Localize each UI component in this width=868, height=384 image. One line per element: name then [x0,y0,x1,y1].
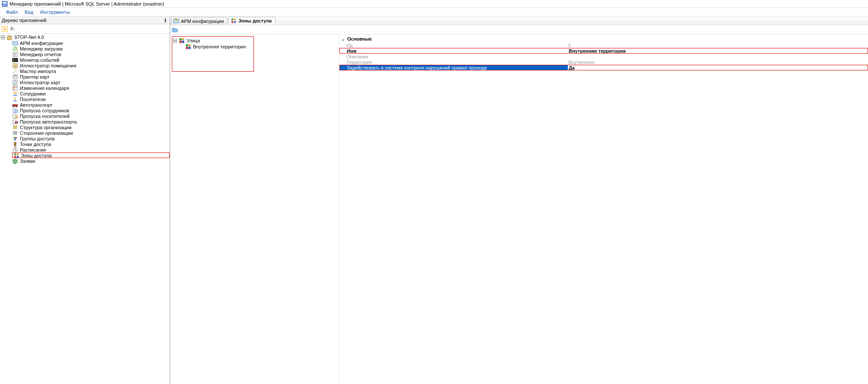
svg-point-39 [234,19,236,21]
tree-item[interactable]: Иллюстратор карт [0,79,170,85]
app-item-icon [12,46,18,52]
collapse-icon[interactable] [1,35,5,39]
svg-rect-6 [13,58,18,62]
tree-item[interactable]: Группы доступа [0,136,170,141]
svg-point-34 [17,153,19,155]
document-area: АРМ конфигурацииЗоны доступа Улица [170,16,868,384]
package-icon [6,35,13,41]
tree-item-label: Принтер карт [20,74,50,79]
property-row[interactable]: Ид5 [339,42,868,48]
tree-item[interactable]: Пропуска автотранспорта [0,119,170,124]
menu-file[interactable]: Файл [3,9,21,16]
app-item-icon [12,147,18,153]
tree-item[interactable]: Изменения календаря [0,85,170,91]
tab-strip: АРМ конфигурацииЗоны доступа [170,16,868,25]
app-item-icon [12,91,18,97]
document-toolbar [170,25,868,35]
tree-item[interactable]: Автотранспорт [0,102,170,108]
svg-point-27 [15,137,17,139]
svg-rect-4 [13,41,18,45]
property-group-header[interactable]: ⌄ Основные [339,35,868,42]
tree-item[interactable]: Зоны доступа [12,152,170,158]
svg-point-7 [13,60,14,60]
property-label: Описание [339,54,567,59]
expand-icon[interactable] [2,26,8,32]
app-tree[interactable]: STOP-Net 4.0АРМ конфигурацииМенеджер заг… [0,34,170,384]
tree-item-label: Точки доступа [20,142,51,147]
tree-item-label: Сотрудники [20,91,46,96]
tab[interactable]: АРМ конфигурации [171,17,228,25]
tree-item-label: Заявки [20,159,35,164]
svg-point-41 [179,38,182,41]
svg-point-16 [14,97,16,99]
tree-item[interactable]: Менеджер загрузки [0,46,170,51]
property-group-label: Основные [347,36,372,41]
sort-alpha[interactable]: А↓ [10,26,16,31]
svg-point-46 [186,47,188,49]
property-value[interactable]: Внутренняя [567,59,868,65]
tree-item[interactable]: Посетители [0,96,170,102]
tree-item[interactable]: Сторонние организации [0,130,170,136]
tree-item[interactable]: Пропуска посетителей [0,113,170,119]
tree-item[interactable]: Пропуска сотрудников [0,108,170,113]
app-item-icon [12,51,18,57]
zone-root-row[interactable]: Улица [173,38,253,44]
svg-point-45 [186,44,188,47]
property-label: Ид [339,42,567,48]
tree-item[interactable]: Структура организации [0,124,170,130]
tree-item[interactable]: Монитор событий [0,57,170,63]
tree-item[interactable]: Заявки [0,158,170,164]
property-value[interactable]: 5 [567,42,868,48]
window-title: Менеджер приложений | Microsoft SQL Serv… [10,1,164,6]
tree-item-label: Менеджер загрузки [20,46,63,51]
tree-item[interactable]: Менеджер отчетов [0,51,170,57]
property-row[interactable]: Описание [339,54,868,59]
app-tree-header: Дерево приложений [0,16,170,24]
svg-point-23 [15,116,18,118]
tree-root[interactable]: STOP-Net 4.0 [0,35,170,40]
app-tree-title: Дерево приложений [2,18,46,23]
app-item-icon [12,63,18,69]
tab[interactable]: Зоны доступа [228,17,276,25]
property-row[interactable]: Задействовать в системе контроля нарушен… [339,65,868,70]
tree-item-label: Сторонние организации [20,130,73,136]
svg-rect-21 [15,110,18,112]
folder-icon[interactable] [172,27,178,33]
app-tree-toolbar: А↓ [0,24,170,34]
tree-item[interactable]: Принтер карт [0,74,170,79]
title-bar: Менеджер приложений | Microsoft SQL Serv… [0,0,868,8]
app-icon [2,1,8,7]
collapse-icon[interactable] [173,39,177,43]
zone-child-label: Внутренняя территория [193,44,246,49]
property-value[interactable] [567,54,868,59]
svg-point-37 [231,19,234,21]
property-label: Имя [340,48,568,53]
property-row[interactable]: ТерриторияВнутренняя [339,59,868,65]
tree-item[interactable]: АРМ конфигурации [0,40,170,46]
chevron-down-icon[interactable]: ⌄ [340,37,345,41]
svg-rect-1 [3,2,6,3]
app-item-icon [12,85,18,91]
app-item-icon [12,57,18,63]
zone-root-label: Улица [187,38,200,43]
tree-item-label: Пропуска сотрудников [20,108,69,113]
menu-view[interactable]: Вид [21,9,37,16]
tree-item[interactable]: Иллюстратор помещения [0,63,170,68]
property-label: Задействовать в системе контроля нарушен… [340,65,568,70]
property-value[interactable]: Внутренняя территория [568,48,868,53]
tree-item[interactable]: Мастер импорта [0,68,170,74]
tab-label: АРМ конфигурации [181,19,224,24]
property-value[interactable]: Да [568,65,868,70]
app-item-icon [12,119,18,125]
svg-point-26 [13,137,15,139]
zone-child-row[interactable]: Внутренняя территория [173,44,253,50]
tree-item[interactable]: Сотрудники [0,91,170,96]
property-row[interactable]: ИмяВнутренняя территория [339,48,868,54]
tree-item[interactable]: Расписания [0,147,170,152]
pin-icon[interactable] [163,18,168,23]
app-item-icon [12,96,18,102]
property-grid: Ид5ИмяВнутренняя территорияОписаниеТерри… [339,42,868,70]
app-item-icon [12,79,18,86]
menu-tools[interactable]: Инструменты [37,9,73,16]
tree-item[interactable]: Точки доступа [0,141,170,147]
